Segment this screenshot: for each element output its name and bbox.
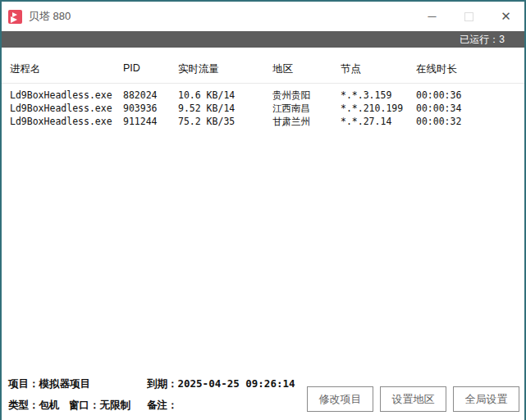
- cell-node: *.*.27.14: [341, 115, 416, 128]
- cell-online: 00:00:36: [416, 89, 524, 102]
- maximize-icon: [464, 12, 473, 21]
- cell-region: 江西南昌: [272, 102, 341, 115]
- table-row[interactable]: Ld9BoxHeadless.exe 882024 10.6 KB/14 贵州贵…: [2, 89, 524, 102]
- cell-node: *.*.210.199: [341, 102, 416, 115]
- minimize-icon: ─: [428, 10, 437, 23]
- column-header-online: 在线时长: [416, 62, 524, 76]
- column-header-region: 地区: [272, 62, 341, 76]
- process-table: 进程名 PID 实时流量 地区 节点 在线时长 Ld9BoxHeadless.e…: [2, 48, 524, 128]
- running-count: 已运行：3: [460, 34, 505, 45]
- titlebar: 贝塔 880 ─ ✕: [2, 2, 524, 31]
- cell-process: Ld9BoxHeadless.exe: [10, 89, 123, 102]
- logo-triangle-bottom: [11, 16, 17, 23]
- close-button[interactable]: ✕: [487, 2, 524, 31]
- app-logo-icon: [8, 10, 22, 24]
- app-window: 贝塔 880 ─ ✕ 已运行：3 进程名 PID 实时流量 地区 节点 在线时长: [0, 0, 526, 420]
- modify-project-button[interactable]: 修改项目: [307, 386, 373, 412]
- column-header-process: 进程名: [10, 62, 123, 76]
- window-controls: ─ ✕: [414, 2, 524, 31]
- note-info: 备注：: [147, 399, 178, 413]
- cell-process: Ld9BoxHeadless.exe: [10, 115, 123, 128]
- cell-traffic: 10.6 KB/14: [178, 89, 272, 102]
- cell-pid: 903936: [123, 102, 178, 115]
- minimize-button[interactable]: ─: [414, 2, 451, 31]
- cell-region: 贵州贵阳: [272, 89, 341, 102]
- footer: 项目：模拟器项目 到期：2025-04-25 09:26:14 类型：包机 窗口…: [2, 372, 524, 420]
- maximize-button[interactable]: [451, 2, 487, 31]
- project-info: 项目：模拟器项目: [8, 377, 90, 391]
- cell-pid: 882024: [123, 89, 178, 102]
- cell-online: 00:00:32: [416, 115, 524, 128]
- table-row[interactable]: Ld9BoxHeadless.exe 911244 75.2 KB/35 甘肃兰…: [2, 115, 524, 128]
- column-header-node: 节点: [341, 62, 416, 76]
- cell-node: *.*.3.159: [341, 89, 416, 102]
- close-icon: ✕: [501, 9, 511, 24]
- column-header-traffic: 实时流量: [178, 62, 272, 76]
- table-body: Ld9BoxHeadless.exe 882024 10.6 KB/14 贵州贵…: [2, 84, 524, 128]
- column-header-pid: PID: [123, 62, 178, 76]
- cell-online: 00:00:34: [416, 102, 524, 115]
- type-info: 类型：包机: [8, 399, 60, 413]
- global-settings-button[interactable]: 全局设置: [453, 386, 519, 412]
- cell-process: Ld9BoxHeadless.exe: [10, 102, 123, 115]
- cell-pid: 911244: [123, 115, 178, 128]
- footer-buttons: 修改项目 设置地区 全局设置: [307, 386, 519, 412]
- cell-region: 甘肃兰州: [272, 115, 341, 128]
- window-title: 贝塔 880: [29, 9, 71, 24]
- cell-traffic: 9.52 KB/14: [178, 102, 272, 115]
- window-limit-info: 窗口：无限制: [69, 399, 130, 413]
- table-row[interactable]: Ld9BoxHeadless.exe 903936 9.52 KB/14 江西南…: [2, 102, 524, 115]
- statusbar: 已运行：3: [2, 31, 524, 48]
- cell-traffic: 75.2 KB/35: [178, 115, 272, 128]
- table-header-row: 进程名 PID 实时流量 地区 节点 在线时长: [2, 48, 524, 84]
- set-region-button[interactable]: 设置地区: [380, 386, 446, 412]
- expire-info: 到期：2025-04-25 09:26:14: [147, 377, 295, 391]
